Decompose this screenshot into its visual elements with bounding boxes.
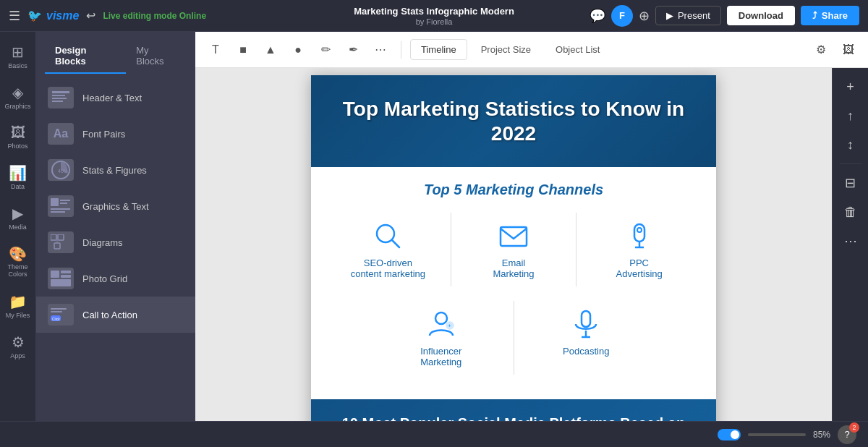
canvas-content: Top Marketing Statistics to Know in 2022…: [311, 75, 716, 421]
tab-timeline[interactable]: Timeline: [410, 39, 467, 60]
channel-email-name: EmailMarketing: [493, 257, 534, 279]
svg-rect-17: [61, 275, 71, 278]
sidebar-label-theme-colors: Theme Colors: [3, 264, 33, 278]
basics-icon: ⊞: [12, 43, 24, 61]
channels-row-2: + InfluencerMarketing: [326, 301, 702, 375]
share-button[interactable]: ⤴ Share: [801, 6, 859, 25]
project-author: by Fiorella: [416, 17, 453, 26]
sidebar-item-theme-colors[interactable]: 🎨 Theme Colors: [0, 239, 35, 284]
chat-icon[interactable]: 💬: [590, 8, 605, 24]
graphics-text-label: Graphics & Text: [82, 201, 149, 212]
download-button[interactable]: Download: [727, 6, 795, 25]
sidebar-item-graphics[interactable]: ◈ Graphics: [0, 78, 35, 116]
email-icon: [498, 220, 529, 252]
circle-tool-button[interactable]: ●: [286, 38, 310, 61]
svg-point-30: [435, 312, 447, 324]
svg-rect-2: [52, 98, 67, 99]
pencil-tool-button[interactable]: ✒: [341, 38, 365, 61]
main-area: ⊞ Basics ◈ Graphics 🖼 Photos 📊 Data ▶ Me…: [0, 32, 868, 421]
photo-grid-icon: [48, 268, 74, 289]
right-panel-divider: [840, 163, 861, 164]
theme-colors-icon: 🎨: [9, 245, 27, 263]
channel-ppc: PPCAdvertising: [576, 213, 702, 286]
diagrams-icon: [48, 231, 74, 253]
sidebar-item-apps[interactable]: ⚙ Apps: [0, 328, 35, 365]
tab-design-blocks[interactable]: Design Blocks: [45, 39, 126, 74]
channel-influencer-name: InfluencerMarketing: [420, 346, 461, 367]
project-title: Marketing Stats Infographic Modern: [354, 6, 514, 17]
collab-icon[interactable]: ⊕: [639, 8, 650, 24]
zoom-slider[interactable]: [748, 433, 806, 436]
sidebar-item-my-files[interactable]: 📁 My Files: [0, 287, 35, 325]
svg-rect-12: [58, 234, 64, 240]
svg-rect-33: [582, 311, 590, 327]
font-pairs-icon: Aa: [48, 123, 74, 145]
zoom-toggle[interactable]: [718, 429, 741, 440]
topbar-right: 💬 F ⊕ ▶ Present Download ⤴ Share: [590, 5, 859, 27]
toolbar-strip: T ■ ▲ ● ✏ ✒ ⋯ Timeline Project Size Obje…: [195, 32, 868, 68]
media-icon: ▶: [12, 205, 23, 222]
infographic-title: Top Marketing Statistics to Know in 2022: [326, 97, 702, 145]
panel-item-diagrams[interactable]: Diagrams: [36, 224, 195, 260]
triangle-tool-button[interactable]: ▲: [259, 38, 282, 61]
rectangle-tool-button[interactable]: ■: [231, 38, 255, 61]
panel-item-call-to-action[interactable]: Click Call to Action: [36, 297, 195, 333]
help-button[interactable]: ? 2: [838, 425, 856, 444]
undo-icon[interactable]: ↩: [86, 9, 95, 22]
panel-item-header-text[interactable]: Header & Text: [36, 80, 195, 116]
present-button[interactable]: ▶ Present: [655, 6, 721, 25]
logo-text: visme: [46, 9, 79, 22]
panel-item-font-pairs[interactable]: Aa Font Pairs: [36, 116, 195, 152]
svg-rect-6: [51, 198, 59, 206]
channel-seo: SEO-drivencontent marketing: [326, 213, 451, 286]
topbar-center: Marketing Stats Infographic Modern by Fi…: [354, 6, 514, 26]
panel-item-graphics-text[interactable]: Graphics & Text: [36, 188, 195, 224]
svg-point-29: [637, 228, 642, 232]
sidebar-item-data[interactable]: 📊 Data: [0, 158, 35, 196]
photos-icon: 🖼: [11, 124, 25, 141]
menu-icon[interactable]: ☰: [9, 8, 20, 24]
channel-email: EmailMarketing: [451, 213, 576, 286]
more-options-button[interactable]: ⋯: [838, 228, 864, 254]
image-view-icon[interactable]: 🖼: [838, 39, 859, 61]
sidebar-label-apps: Apps: [10, 352, 25, 359]
channel-podcasting: Podcasting: [514, 301, 659, 375]
text-tool-button[interactable]: T: [204, 38, 227, 61]
panel-item-stats-figures[interactable]: 40% Stats & Figures: [36, 152, 195, 188]
svg-rect-20: [51, 311, 62, 312]
add-element-button[interactable]: +: [838, 74, 864, 100]
header-text-icon: [48, 87, 74, 108]
sidebar-item-photos[interactable]: 🖼 Photos: [0, 119, 35, 156]
header-text-label: Header & Text: [82, 93, 142, 103]
svg-rect-9: [51, 208, 70, 210]
topbar: ☰ 🐦 visme ↩ Live editing mode Online Mar…: [0, 0, 868, 32]
data-icon: 📊: [9, 164, 27, 182]
tab-my-blocks[interactable]: My Blocks: [126, 39, 187, 74]
more-tools-button[interactable]: ⋯: [369, 38, 392, 61]
delete-button[interactable]: 🗑: [838, 199, 864, 225]
channels-section: Top 5 Marketing Channels SEO-drivenconte…: [311, 167, 716, 399]
sidebar-item-basics[interactable]: ⊞ Basics: [0, 38, 35, 75]
panel-item-photo-grid[interactable]: Photo Grid: [36, 260, 195, 297]
sidebar-label-photos: Photos: [7, 142, 27, 150]
canvas-area[interactable]: Top Marketing Statistics to Know in 2022…: [195, 68, 832, 421]
tab-object-list[interactable]: Object List: [545, 39, 610, 60]
panel-tabs: Design Blocks My Blocks: [36, 32, 195, 74]
call-to-action-icon: Click: [48, 304, 74, 325]
settings-icon[interactable]: ⚙: [810, 39, 832, 61]
duplicate-button[interactable]: ⊟: [838, 170, 864, 196]
influencer-icon: +: [425, 308, 457, 340]
tab-project-size[interactable]: Project Size: [470, 39, 542, 60]
sidebar-item-media[interactable]: ▶ Media: [0, 199, 35, 237]
toolbar-right-icons: ⚙ 🖼: [810, 39, 859, 61]
avatar: F: [611, 5, 633, 27]
svg-rect-18: [51, 279, 71, 286]
svg-text:40%: 40%: [58, 169, 68, 174]
svg-rect-7: [60, 200, 70, 201]
move-down-button[interactable]: ↕: [838, 132, 864, 158]
svg-rect-15: [51, 271, 59, 278]
left-panel: Design Blocks My Blocks Header & Text Aa…: [36, 32, 195, 421]
pen-tool-button[interactable]: ✏: [314, 38, 337, 61]
move-up-button[interactable]: ↑: [838, 103, 864, 129]
svg-rect-8: [60, 203, 67, 204]
